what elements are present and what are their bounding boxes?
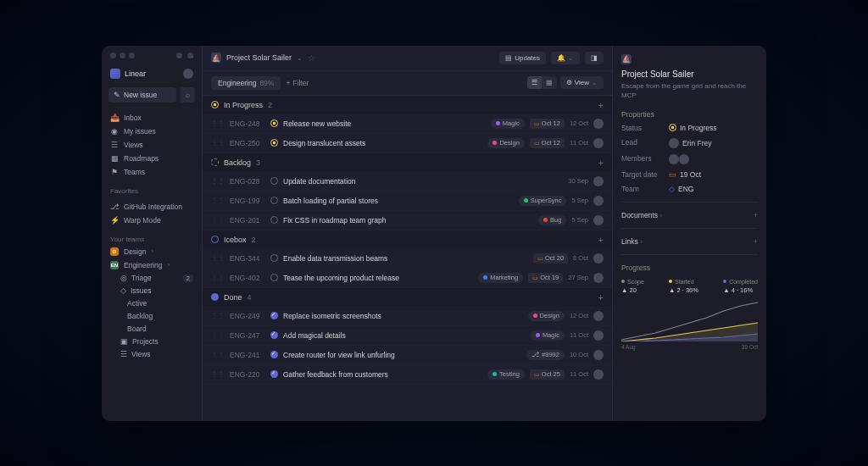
group-header[interactable]: In Progress2+ bbox=[203, 96, 612, 114]
label-tag[interactable]: Magic bbox=[531, 330, 565, 341]
status-icon[interactable] bbox=[270, 119, 278, 127]
assignee-avatar[interactable] bbox=[593, 176, 604, 186]
panel-toggle-button[interactable]: ◨ bbox=[585, 52, 604, 64]
prop-lead[interactable]: LeadErin Frey bbox=[621, 138, 758, 148]
label-tag[interactable]: Design bbox=[487, 138, 524, 148]
drag-handle-icon[interactable]: ⋮⋮ bbox=[211, 274, 225, 281]
assignee-avatar[interactable] bbox=[593, 196, 604, 206]
issue-row[interactable]: ⋮⋮ENG-241Create router for view link unf… bbox=[203, 346, 612, 365]
nav-item[interactable]: ◉My issues bbox=[102, 125, 202, 138]
issue-row[interactable]: ⋮⋮ENG-199Batch loading of partial stores… bbox=[203, 191, 612, 211]
nav-item[interactable]: ☰Views bbox=[102, 138, 202, 152]
status-icon[interactable] bbox=[270, 216, 278, 224]
assignee-avatar[interactable] bbox=[593, 215, 604, 225]
plus-icon[interactable]: + bbox=[598, 100, 604, 110]
issue-row[interactable]: ⋮⋮ENG-248Release new websiteMagic▭Oct 12… bbox=[203, 114, 612, 134]
status-icon[interactable] bbox=[270, 254, 278, 262]
drag-handle-icon[interactable]: ⋮⋮ bbox=[211, 254, 225, 262]
status-icon[interactable] bbox=[270, 197, 278, 204]
nav-item[interactable]: ⚑Teams bbox=[102, 165, 202, 179]
prop-status[interactable]: StatusIn Progress bbox=[621, 124, 758, 132]
list-view-button[interactable]: ☰ bbox=[527, 76, 542, 89]
user-avatar[interactable] bbox=[183, 69, 193, 79]
label-tag[interactable]: SuperSync bbox=[519, 196, 567, 206]
drag-handle-icon[interactable]: ⋮⋮ bbox=[211, 177, 225, 185]
add-filter-button[interactable]: +Filter bbox=[286, 79, 309, 87]
traffic-light[interactable] bbox=[129, 53, 135, 58]
label-tag[interactable]: Design bbox=[528, 311, 565, 321]
plus-icon[interactable]: + bbox=[754, 211, 758, 219]
status-icon[interactable] bbox=[270, 139, 278, 147]
issue-row[interactable]: ⋮⋮ENG-028Update documentation30 Sep bbox=[203, 172, 612, 191]
status-icon[interactable] bbox=[270, 274, 278, 281]
prop-target-date[interactable]: Target date▭19 Oct bbox=[621, 170, 758, 179]
label-tag[interactable]: Bug bbox=[538, 215, 566, 225]
target-date-pill[interactable]: ▭Oct 20 bbox=[533, 253, 568, 264]
nav-item[interactable]: 📥Inbox bbox=[102, 111, 202, 125]
assignee-avatar[interactable] bbox=[593, 273, 604, 283]
drag-handle-icon[interactable]: ⋮⋮ bbox=[211, 331, 225, 339]
target-date-pill[interactable]: ▭Oct 12 bbox=[530, 119, 565, 129]
assignee-avatar[interactable] bbox=[593, 369, 604, 380]
label-tag[interactable]: Marketing bbox=[478, 273, 523, 283]
assignee-avatar[interactable] bbox=[593, 138, 604, 148]
links-section[interactable]: Links ›+ bbox=[621, 237, 758, 246]
tree-item[interactable]: Backlog bbox=[102, 310, 202, 323]
target-date-pill[interactable]: ▭Oct 25 bbox=[530, 369, 565, 380]
tree-item[interactable]: Active bbox=[102, 297, 202, 310]
plus-icon[interactable]: + bbox=[598, 235, 604, 245]
team-filter-pill[interactable]: Engineering 89% bbox=[211, 76, 281, 90]
tree-item[interactable]: ☰Views bbox=[102, 348, 202, 361]
nav-back[interactable]: ← bbox=[176, 53, 182, 58]
issue-row[interactable]: ⋮⋮ENG-247Add magical detailsMagic11 Oct bbox=[203, 326, 612, 346]
workspace-switcher[interactable]: Linear bbox=[102, 65, 202, 82]
prop-members[interactable]: Members bbox=[621, 154, 758, 164]
drag-handle-icon[interactable]: ⋮⋮ bbox=[211, 312, 225, 319]
drag-handle-icon[interactable]: ⋮⋮ bbox=[211, 370, 225, 378]
documents-section[interactable]: Documents ›+ bbox=[621, 211, 758, 219]
group-header[interactable]: Done4+ bbox=[203, 288, 612, 307]
drag-handle-icon[interactable]: ⋮⋮ bbox=[211, 351, 225, 358]
group-header[interactable]: Icebox2+ bbox=[203, 230, 612, 249]
target-date-pill[interactable]: ▭Oct 19 bbox=[528, 273, 563, 283]
plus-icon[interactable]: + bbox=[754, 237, 758, 246]
updates-button[interactable]: ▤Updates bbox=[499, 52, 546, 64]
issue-row[interactable]: ⋮⋮ENG-250Design translucent assetsDesign… bbox=[203, 134, 612, 153]
tree-item[interactable]: ◎Triage2 bbox=[102, 272, 202, 285]
tree-item[interactable]: Board bbox=[102, 323, 202, 336]
team-item[interactable]: DDesign› bbox=[102, 245, 202, 258]
board-view-button[interactable]: ▦ bbox=[542, 76, 557, 89]
issue-row[interactable]: ⋮⋮ENG-220Gather feedback from customersT… bbox=[203, 365, 612, 385]
plus-icon[interactable]: + bbox=[598, 292, 604, 302]
view-options-button[interactable]: ⚙View⌄ bbox=[560, 76, 604, 89]
issue-row[interactable]: ⋮⋮ENG-344Enable data transmission beams▭… bbox=[203, 249, 612, 269]
issue-row[interactable]: ⋮⋮ENG-249Replace isometric screenshotsDe… bbox=[203, 307, 612, 326]
assignee-avatar[interactable] bbox=[593, 311, 604, 321]
drag-handle-icon[interactable]: ⋮⋮ bbox=[211, 216, 225, 224]
group-header[interactable]: Backlog3+ bbox=[203, 153, 612, 172]
assignee-avatar[interactable] bbox=[593, 350, 604, 360]
status-icon[interactable] bbox=[270, 177, 278, 185]
tree-item[interactable]: ◇Issues bbox=[102, 285, 202, 297]
nav-item[interactable]: ▦Roadmaps bbox=[102, 152, 202, 165]
drag-handle-icon[interactable]: ⋮⋮ bbox=[211, 197, 225, 204]
assignee-avatar[interactable] bbox=[593, 330, 604, 341]
drag-handle-icon[interactable]: ⋮⋮ bbox=[211, 139, 225, 147]
team-item[interactable]: ENEngineering› bbox=[102, 258, 202, 272]
favorite-item[interactable]: ⎇GitHub Integration bbox=[102, 200, 202, 214]
status-icon[interactable] bbox=[270, 331, 278, 339]
tree-item[interactable]: ▣Projects bbox=[102, 336, 202, 348]
issue-row[interactable]: ⋮⋮ENG-201Fix CSS in roadmap team graphBu… bbox=[203, 211, 612, 230]
new-issue-button[interactable]: ✎ New issue bbox=[108, 87, 176, 103]
prop-team[interactable]: Team◇ENG bbox=[621, 185, 758, 193]
status-icon[interactable] bbox=[270, 370, 278, 378]
traffic-light[interactable] bbox=[110, 53, 116, 58]
nav-fwd[interactable]: → bbox=[187, 53, 193, 58]
chevron-down-icon[interactable]: ⌄ bbox=[297, 54, 303, 62]
label-tag[interactable]: Magic bbox=[491, 119, 525, 129]
label-tag[interactable]: Testing bbox=[487, 369, 525, 380]
pr-tag[interactable]: ⎇#8992 bbox=[526, 350, 565, 360]
target-date-pill[interactable]: ▭Oct 12 bbox=[530, 138, 565, 148]
status-icon[interactable] bbox=[270, 351, 278, 358]
assignee-avatar[interactable] bbox=[593, 119, 604, 129]
